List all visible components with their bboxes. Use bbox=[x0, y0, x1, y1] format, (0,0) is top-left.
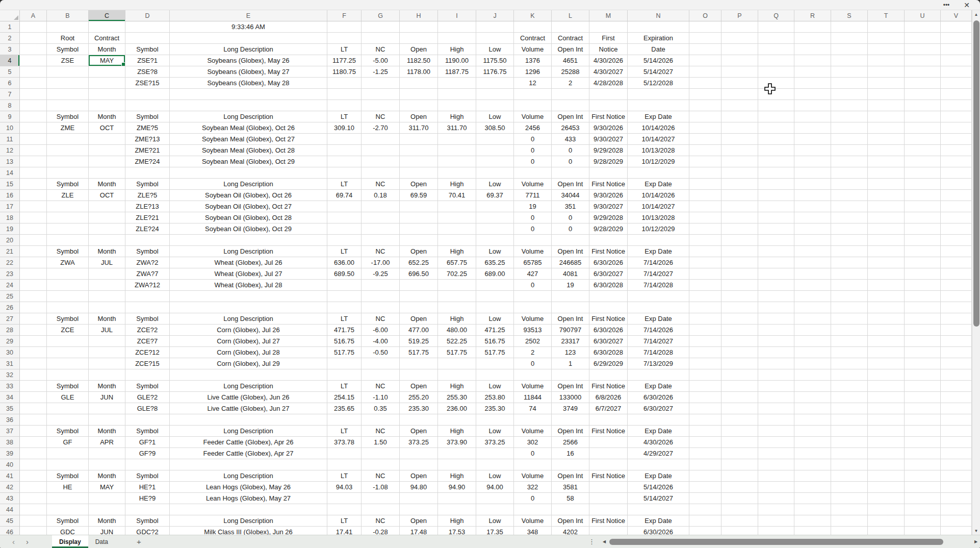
cell-S46[interactable] bbox=[831, 527, 868, 535]
cell-J18[interactable] bbox=[476, 212, 514, 223]
cell-J43[interactable] bbox=[476, 493, 514, 504]
cell-K15[interactable]: Volume bbox=[514, 179, 552, 190]
cell-E21[interactable]: Long Description bbox=[170, 246, 327, 257]
cell-A15[interactable] bbox=[20, 179, 47, 190]
cell-L46[interactable]: 4202 bbox=[552, 527, 589, 535]
row-header-35[interactable]: 35 bbox=[0, 403, 20, 414]
cell-C15[interactable]: Month bbox=[89, 179, 125, 190]
row-header-36[interactable]: 36 bbox=[0, 414, 20, 426]
cell-D21[interactable]: Symbol bbox=[125, 246, 170, 257]
cell-D42[interactable]: HE?1 bbox=[125, 482, 170, 493]
cell-I25[interactable] bbox=[438, 291, 476, 302]
cell-I24[interactable] bbox=[438, 280, 476, 291]
cell-B42[interactable]: HE bbox=[47, 482, 89, 493]
cell-U6[interactable] bbox=[905, 78, 941, 89]
cell-N40[interactable] bbox=[628, 459, 689, 470]
cell-S13[interactable] bbox=[831, 156, 868, 167]
cell-U28[interactable] bbox=[905, 325, 941, 336]
cell-J12[interactable] bbox=[476, 145, 514, 156]
cell-D40[interactable] bbox=[125, 459, 170, 470]
cell-T41[interactable] bbox=[868, 470, 905, 482]
row-header-20[interactable]: 20 bbox=[0, 235, 20, 246]
cell-G41[interactable]: NC bbox=[362, 470, 400, 482]
cell-A23[interactable] bbox=[20, 268, 47, 280]
cell-S14[interactable] bbox=[831, 167, 868, 179]
cell-S23[interactable] bbox=[831, 268, 868, 280]
cell-D12[interactable]: ZME?21 bbox=[125, 145, 170, 156]
row-header-12[interactable]: 12 bbox=[0, 145, 20, 156]
cell-P38[interactable] bbox=[721, 437, 758, 448]
cell-G45[interactable]: NC bbox=[362, 515, 400, 527]
cell-H8[interactable] bbox=[400, 100, 438, 111]
cell-I20[interactable] bbox=[438, 235, 476, 246]
cell-O36[interactable] bbox=[689, 414, 721, 426]
cell-P22[interactable] bbox=[721, 257, 758, 268]
cell-F11[interactable] bbox=[327, 134, 362, 145]
cell-F14[interactable] bbox=[327, 167, 362, 179]
row-header-32[interactable]: 32 bbox=[0, 369, 20, 381]
scroll-left-button[interactable]: ◀ bbox=[600, 538, 608, 546]
cell-N32[interactable] bbox=[628, 369, 689, 381]
cell-E45[interactable]: Long Description bbox=[170, 515, 327, 527]
row-header-22[interactable]: 22 bbox=[0, 257, 20, 268]
cell-O12[interactable] bbox=[689, 145, 721, 156]
cell-J28[interactable]: 471.25 bbox=[476, 325, 514, 336]
cell-B22[interactable]: ZWA bbox=[47, 257, 89, 268]
cell-Q43[interactable] bbox=[758, 493, 794, 504]
cell-E4[interactable]: Soybeans (Globex), May 26 bbox=[170, 55, 327, 66]
cell-I32[interactable] bbox=[438, 369, 476, 381]
cell-F8[interactable] bbox=[327, 100, 362, 111]
cell-S21[interactable] bbox=[831, 246, 868, 257]
column-header-D[interactable]: D bbox=[125, 10, 170, 21]
cell-S16[interactable] bbox=[831, 190, 868, 201]
cell-P20[interactable] bbox=[721, 235, 758, 246]
cell-J36[interactable] bbox=[476, 414, 514, 426]
row-header-25[interactable]: 25 bbox=[0, 291, 20, 302]
cell-O44[interactable] bbox=[689, 504, 721, 515]
cell-M34[interactable]: 6/8/2026 bbox=[589, 392, 628, 403]
cell-P25[interactable] bbox=[721, 291, 758, 302]
cell-L15[interactable]: Open Int bbox=[552, 179, 589, 190]
cell-A33[interactable] bbox=[20, 381, 47, 392]
cell-V36[interactable] bbox=[941, 414, 972, 426]
cell-S45[interactable] bbox=[831, 515, 868, 527]
cell-A8[interactable] bbox=[20, 100, 47, 111]
cell-R3[interactable] bbox=[794, 44, 831, 55]
cell-O15[interactable] bbox=[689, 179, 721, 190]
cell-J35[interactable]: 235.30 bbox=[476, 403, 514, 414]
cell-U4[interactable] bbox=[905, 55, 941, 66]
cell-F41[interactable]: LT bbox=[327, 470, 362, 482]
cell-A44[interactable] bbox=[20, 504, 47, 515]
row-header-38[interactable]: 38 bbox=[0, 437, 20, 448]
cell-U29[interactable] bbox=[905, 336, 941, 347]
cell-V23[interactable] bbox=[941, 268, 972, 280]
cell-S32[interactable] bbox=[831, 369, 868, 381]
add-sheet-button[interactable]: + bbox=[130, 535, 148, 548]
scroll-up-button[interactable]: ▲ bbox=[972, 10, 980, 18]
cell-F42[interactable]: 94.03 bbox=[327, 482, 362, 493]
cell-M5[interactable]: 4/30/2027 bbox=[589, 66, 628, 78]
cell-Q1[interactable] bbox=[758, 21, 794, 33]
cell-P30[interactable] bbox=[721, 347, 758, 358]
cell-I6[interactable] bbox=[438, 78, 476, 89]
row-header-28[interactable]: 28 bbox=[0, 325, 20, 336]
cell-V27[interactable] bbox=[941, 313, 972, 325]
cell-A36[interactable] bbox=[20, 414, 47, 426]
cell-R18[interactable] bbox=[794, 212, 831, 223]
cell-R36[interactable] bbox=[794, 414, 831, 426]
column-header-M[interactable]: M bbox=[589, 10, 628, 21]
cell-U18[interactable] bbox=[905, 212, 941, 223]
cell-C28[interactable]: JUL bbox=[89, 325, 125, 336]
cell-V45[interactable] bbox=[941, 515, 972, 527]
cell-C34[interactable]: JUN bbox=[89, 392, 125, 403]
cell-D2[interactable] bbox=[125, 33, 170, 44]
cell-S6[interactable] bbox=[831, 78, 868, 89]
cell-J7[interactable] bbox=[476, 89, 514, 100]
cell-A43[interactable] bbox=[20, 493, 47, 504]
cell-T43[interactable] bbox=[868, 493, 905, 504]
cell-U23[interactable] bbox=[905, 268, 941, 280]
cell-K25[interactable] bbox=[514, 291, 552, 302]
cell-Q6[interactable] bbox=[758, 78, 794, 89]
cell-J13[interactable] bbox=[476, 156, 514, 167]
cell-M19[interactable]: 9/28/2029 bbox=[589, 223, 628, 235]
